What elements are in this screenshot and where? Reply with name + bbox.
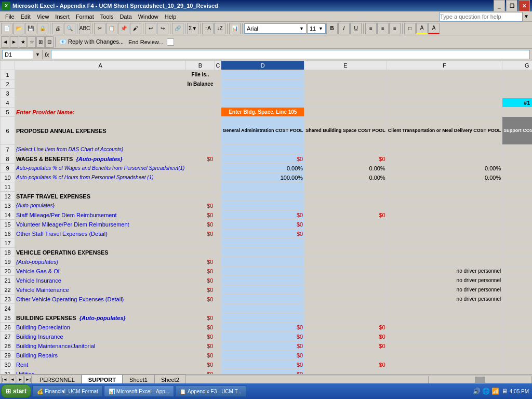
- cell-B24[interactable]: [186, 304, 215, 313]
- cell-B13[interactable]: $0: [186, 201, 215, 210]
- cell-D3[interactable]: [221, 89, 304, 98]
- cell-B12[interactable]: [186, 192, 215, 201]
- cell-C14[interactable]: [215, 210, 221, 220]
- cell-B2[interactable]: In Balance: [186, 79, 215, 89]
- cell-A12[interactable]: STAFF TRAVEL EXPENSES: [15, 192, 186, 201]
- cell-C1[interactable]: [215, 70, 221, 79]
- cell-A21[interactable]: Vehicle Insurance: [15, 276, 186, 285]
- cell-A4[interactable]: [15, 98, 186, 108]
- save-button[interactable]: 💾: [25, 23, 36, 34]
- cell-G29[interactable]: [502, 351, 532, 360]
- cell-E5[interactable]: [304, 108, 387, 117]
- cell-B21[interactable]: $0: [186, 276, 215, 285]
- cell-A18[interactable]: VEHICLE OPERATING EXPENSES: [15, 248, 186, 257]
- cell-A27[interactable]: Building Insurance: [15, 332, 186, 341]
- cell-F29[interactable]: [387, 351, 502, 360]
- cell-B28[interactable]: $0: [186, 341, 215, 351]
- cell-D16[interactable]: $0: [221, 229, 304, 238]
- cell-A11[interactable]: [15, 182, 186, 192]
- tab-prev-button[interactable]: ◄: [9, 376, 16, 384]
- cell-C5[interactable]: [215, 108, 221, 117]
- cell-D19[interactable]: [221, 257, 304, 267]
- cut-button[interactable]: ✂: [94, 23, 105, 34]
- cell-B20[interactable]: $0: [186, 267, 215, 276]
- cell-G13[interactable]: [502, 201, 532, 210]
- font-selector[interactable]: Arial ▼: [244, 23, 307, 34]
- tab-first-button[interactable]: |◄: [1, 376, 8, 384]
- cell-E3[interactable]: [304, 89, 387, 98]
- cell-F11[interactable]: [387, 182, 502, 192]
- taskbar-item-1[interactable]: 💰 Financial_UCM Format: [32, 385, 103, 397]
- cell-E12[interactable]: [304, 192, 387, 201]
- undo-button[interactable]: ↩: [145, 23, 156, 34]
- cell-A5[interactable]: Enter Provider Name:: [15, 108, 186, 117]
- cell-C19[interactable]: [215, 257, 221, 267]
- print-preview-button[interactable]: 🔍: [64, 23, 75, 34]
- cell-C13[interactable]: [215, 201, 221, 210]
- cell-G2[interactable]: [502, 79, 532, 89]
- tab-next-button[interactable]: ►: [17, 376, 24, 384]
- cell-C20[interactable]: [215, 267, 221, 276]
- col-header-B[interactable]: B: [186, 61, 215, 70]
- sort-desc-button[interactable]: ↓Z: [214, 23, 225, 34]
- hyperlink-button[interactable]: 🔗: [172, 23, 183, 34]
- cell-D22[interactable]: [221, 285, 304, 295]
- cell-G19[interactable]: [502, 257, 532, 267]
- tb2-btn1[interactable]: ◄: [1, 36, 9, 48]
- menu-help[interactable]: Help: [162, 12, 180, 21]
- cell-E20[interactable]: [304, 267, 387, 276]
- cell-E26[interactable]: $0: [304, 323, 387, 332]
- cell-E15[interactable]: [304, 220, 387, 229]
- cell-G30[interactable]: [502, 360, 532, 369]
- cell-E19[interactable]: [304, 257, 387, 267]
- cell-G4[interactable]: #1: [502, 98, 532, 108]
- fill-color-button[interactable]: A: [416, 23, 428, 34]
- close-button[interactable]: ✕: [518, 0, 530, 11]
- cell-C30[interactable]: [215, 360, 221, 369]
- help-search[interactable]: [440, 12, 523, 21]
- cell-C11[interactable]: [215, 182, 221, 192]
- tb2-btn4[interactable]: ☆: [28, 36, 36, 48]
- cell-B30[interactable]: $0: [186, 360, 215, 369]
- cell-G11[interactable]: [502, 182, 532, 192]
- cell-A26[interactable]: Building Depreciation: [15, 323, 186, 332]
- cell-C17[interactable]: [215, 238, 221, 248]
- cell-D17[interactable]: [221, 238, 304, 248]
- font-size-selector[interactable]: 11 ▼: [307, 23, 326, 34]
- cell-D21[interactable]: [221, 276, 304, 285]
- cell-D13[interactable]: [221, 201, 304, 210]
- restore-button[interactable]: ❐: [506, 0, 517, 11]
- cell-E18[interactable]: [304, 248, 387, 257]
- cell-F19[interactable]: [387, 257, 502, 267]
- cell-G10[interactable]: [502, 173, 532, 182]
- cell-F2[interactable]: [387, 79, 502, 89]
- borders-button[interactable]: □: [404, 23, 416, 34]
- cell-F6[interactable]: Client Transportation or Meal Delivery C…: [387, 117, 502, 145]
- col-header-D[interactable]: D: [221, 61, 304, 70]
- cell-C7[interactable]: [215, 145, 221, 154]
- cell-D26[interactable]: $0: [221, 323, 304, 332]
- cell-C27[interactable]: [215, 332, 221, 341]
- cell-D11[interactable]: [221, 182, 304, 192]
- start-button[interactable]: ⊞ start: [1, 384, 31, 398]
- cell-D15[interactable]: $0: [221, 220, 304, 229]
- cell-E4[interactable]: [304, 98, 387, 108]
- underline-button[interactable]: U: [350, 23, 362, 34]
- cell-E16[interactable]: [304, 229, 387, 238]
- cell-G25[interactable]: [502, 313, 532, 323]
- cell-A14[interactable]: Staff Mileage/Per Diem Reimbursement: [15, 210, 186, 220]
- cell-E25[interactable]: [304, 313, 387, 323]
- cell-C9[interactable]: [215, 164, 221, 173]
- autosum-button[interactable]: Σ▼: [187, 23, 198, 34]
- cell-A28[interactable]: Building Maintenance/Janitorial: [15, 341, 186, 351]
- col-header-E[interactable]: E: [304, 61, 387, 70]
- menu-file[interactable]: File: [2, 12, 18, 21]
- cell-D9[interactable]: 0.00%: [221, 164, 304, 173]
- cell-B7[interactable]: [186, 145, 215, 154]
- cell-E17[interactable]: [304, 238, 387, 248]
- tb2-btn3[interactable]: ★: [19, 36, 27, 48]
- cell-B23[interactable]: $0: [186, 295, 215, 304]
- align-center-button[interactable]: ≡: [377, 23, 389, 34]
- format-painter-button[interactable]: 🖌: [130, 23, 141, 34]
- cell-B19[interactable]: $0: [186, 257, 215, 267]
